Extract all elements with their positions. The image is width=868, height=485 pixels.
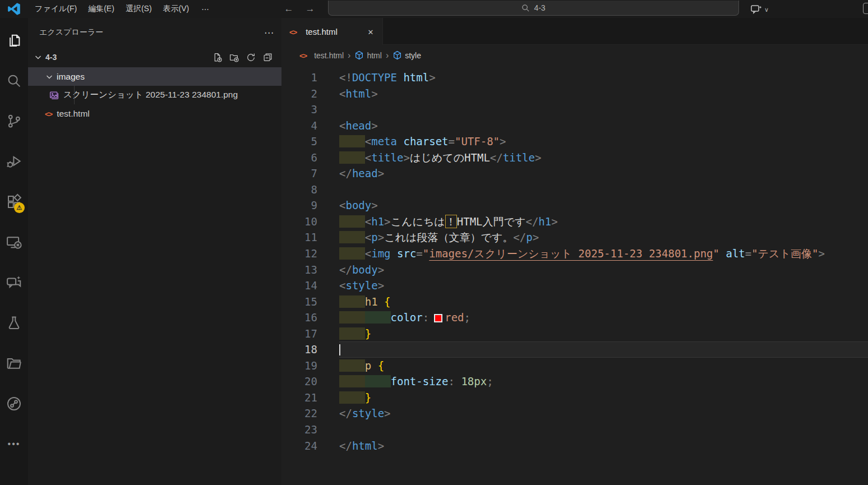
layout-icon[interactable] xyxy=(863,3,868,14)
new-file-icon[interactable] xyxy=(210,50,224,64)
line-number[interactable]: 4 xyxy=(281,118,317,134)
line-number[interactable]: 16 xyxy=(281,310,317,326)
token-tag: meta xyxy=(371,135,397,147)
line-number[interactable]: 11 xyxy=(281,229,317,246)
code-line[interactable]: 5 <meta charset="UTF-8"> xyxy=(281,133,868,150)
workspace-section-header[interactable]: 4-3 xyxy=(28,47,281,67)
code-line[interactable]: 8 xyxy=(281,182,868,198)
menu-view[interactable]: 表示(V) xyxy=(158,2,195,16)
code-line[interactable]: 9<body> xyxy=(281,197,868,214)
code-line[interactable]: 12 <img src="images/スクリーンショット 2025-11-23… xyxy=(281,246,868,262)
new-folder-icon[interactable] xyxy=(227,50,241,64)
token-pun: > xyxy=(533,231,539,243)
line-content: </head> xyxy=(339,165,868,182)
run-debug-icon[interactable] xyxy=(0,141,28,182)
remote-explorer-icon[interactable] xyxy=(0,222,28,262)
token-pun: = xyxy=(745,247,751,260)
code-line[interactable]: 11 <p>これは段落（文章）です。</p> xyxy=(281,229,868,246)
token-ind1 xyxy=(339,359,365,372)
tab-test-html[interactable]: test.html xyxy=(281,18,383,45)
menu-more-button[interactable]: ⋯ xyxy=(195,2,217,16)
line-number[interactable]: 5 xyxy=(281,133,317,150)
token-plain xyxy=(455,375,461,387)
folder-icon[interactable] xyxy=(0,343,28,384)
code-line[interactable]: 17 } xyxy=(281,326,868,342)
command-center-search[interactable]: 4-3 xyxy=(328,1,739,16)
code-line[interactable]: 1<!DOCTYPE html> xyxy=(281,70,868,86)
testing-icon[interactable] xyxy=(0,303,28,343)
code-line[interactable]: 10 <h1>こんにちは！HTML入門です</h1> xyxy=(281,214,868,230)
more-icon[interactable] xyxy=(0,424,28,464)
line-number[interactable]: 8 xyxy=(281,182,317,198)
line-number[interactable]: 1 xyxy=(281,70,317,86)
line-number[interactable]: 19 xyxy=(281,358,317,374)
breadcrumb-item-style[interactable]: style xyxy=(393,50,421,60)
code-line[interactable]: 14<style> xyxy=(281,278,868,294)
code-line[interactable]: 15 h1 { xyxy=(281,294,868,310)
line-number[interactable]: 12 xyxy=(281,246,317,262)
code-line[interactable]: 16 color:red; xyxy=(281,310,868,326)
code-line[interactable]: 20 font-size: 18px; xyxy=(281,373,868,390)
chat-icon[interactable] xyxy=(0,262,28,303)
code-line[interactable]: 4<head> xyxy=(281,118,868,134)
token-ind1 xyxy=(339,391,365,404)
line-number[interactable]: 3 xyxy=(281,101,317,118)
tree-item-images-folder[interactable]: images xyxy=(28,67,281,86)
navigate-back-button[interactable]: ← xyxy=(281,2,296,16)
collapse-all-icon[interactable] xyxy=(261,50,275,64)
code-line[interactable]: 22</style> xyxy=(281,405,868,422)
line-number[interactable]: 20 xyxy=(281,373,317,390)
line-number[interactable]: 23 xyxy=(281,422,317,438)
line-number[interactable]: 18 xyxy=(281,341,317,358)
tree-item-screenshot-png[interactable]: スクリーンショット 2025-11-23 234801.png xyxy=(28,86,281,104)
color-swatch-red[interactable] xyxy=(434,314,442,322)
code-line[interactable]: 23 xyxy=(281,422,868,438)
extensions-icon[interactable] xyxy=(0,182,28,222)
editor-group: test.html test.html html style xyxy=(281,18,868,485)
code-line[interactable]: 21 } xyxy=(281,390,868,406)
menu-selection[interactable]: 選択(S) xyxy=(120,2,158,16)
code-line[interactable]: 6 <title>はじめてのHTML</title> xyxy=(281,150,868,166)
code-line[interactable]: 2<html> xyxy=(281,86,868,102)
code-editor[interactable]: 1<!DOCTYPE html>2<html>34<head>5 <meta c… xyxy=(281,66,868,485)
token-pun: > xyxy=(403,151,409,164)
token-brace: } xyxy=(365,391,371,404)
token-pun: > xyxy=(371,199,377,211)
code-line[interactable]: 18 xyxy=(281,341,868,358)
search-icon[interactable] xyxy=(0,61,28,101)
line-number[interactable]: 7 xyxy=(281,165,317,182)
line-number[interactable]: 10 xyxy=(281,214,317,230)
token-str: "UTF-8" xyxy=(455,135,500,147)
code-line[interactable]: 19 p { xyxy=(281,358,868,374)
line-number[interactable]: 13 xyxy=(281,262,317,278)
tree-item-test-html[interactable]: test.html xyxy=(28,104,281,123)
breadcrumb-item-file[interactable]: test.html xyxy=(299,51,344,60)
line-number[interactable]: 14 xyxy=(281,278,317,294)
menu-edit[interactable]: 編集(E) xyxy=(82,2,120,16)
line-number[interactable]: 2 xyxy=(281,86,317,102)
breadcrumb-item-html[interactable]: html xyxy=(354,50,381,60)
explorer-icon[interactable] xyxy=(0,20,28,61)
menu-file[interactable]: ファイル(F) xyxy=(29,2,82,16)
line-number[interactable]: 9 xyxy=(281,197,317,214)
code-line[interactable]: 7</head> xyxy=(281,165,868,182)
close-icon[interactable] xyxy=(364,27,377,36)
line-number[interactable]: 6 xyxy=(281,150,317,166)
line-number[interactable]: 24 xyxy=(281,438,317,454)
code-line[interactable]: 13</body> xyxy=(281,262,868,278)
line-number[interactable]: 21 xyxy=(281,390,317,406)
token-pun: ; xyxy=(487,375,493,387)
line-number[interactable]: 17 xyxy=(281,326,317,342)
code-line[interactable]: 24</html> xyxy=(281,438,868,454)
chevron-down-icon[interactable] xyxy=(764,4,769,13)
explorer-more-icon[interactable] xyxy=(264,27,274,39)
token-pun: > xyxy=(378,167,384,179)
navigate-forward-button[interactable]: → xyxy=(303,2,317,16)
copilot-chat-icon[interactable] xyxy=(750,2,763,16)
line-number[interactable]: 15 xyxy=(281,294,317,310)
code-line[interactable]: 3 xyxy=(281,101,868,118)
source-control-icon[interactable] xyxy=(0,101,28,141)
refresh-icon[interactable] xyxy=(244,50,258,64)
source-graph-icon[interactable] xyxy=(0,384,28,424)
line-number[interactable]: 22 xyxy=(281,405,317,422)
